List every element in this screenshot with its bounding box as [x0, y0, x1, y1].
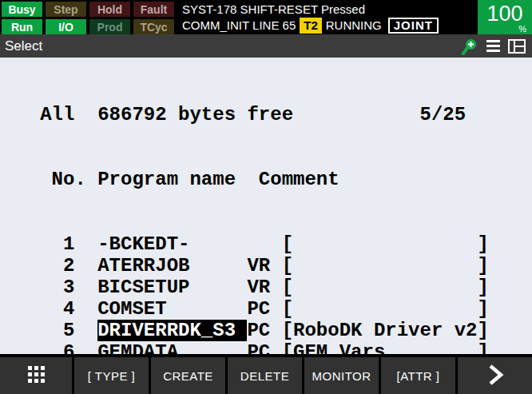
- led-step: Step: [46, 2, 86, 17]
- softkey-monitor[interactable]: MONITOR: [304, 357, 379, 394]
- status-led-panel: Busy Step Hold Fault Run I/O Prod TCyc: [0, 0, 174, 34]
- led-fault: Fault: [133, 2, 174, 17]
- page-title: Select: [5, 38, 453, 54]
- program-type-and-comment: VR [ ]: [247, 255, 488, 277]
- program-type-and-comment: [ ]: [247, 233, 488, 255]
- comm-program-line: COMM_INIT LINE 65: [182, 18, 296, 32]
- led-prod: Prod: [89, 19, 130, 34]
- list-summary-line: All 686792 bytes free 5/25: [6, 104, 532, 125]
- split-panes-icon[interactable]: [508, 39, 526, 54]
- selected-program-name: DRIVERRDK_S3: [97, 320, 247, 341]
- grid-icon: [28, 366, 45, 385]
- softkey-type[interactable]: [ TYPE ]: [74, 357, 149, 394]
- program-name: -BCKEDT-: [97, 233, 247, 255]
- led-tcyc: TCyc: [133, 19, 174, 34]
- program-row[interactable]: 2 ATERRJOB VR [ ]: [6, 255, 532, 277]
- list-column-headers: No. Program name Comment: [6, 169, 532, 190]
- led-hold: Hold: [89, 2, 130, 17]
- softkey-create[interactable]: CREATE: [151, 357, 225, 394]
- program-row[interactable]: 6 GEMDATA PC [GEM Vars ]: [6, 341, 532, 354]
- next-page-button[interactable]: [458, 357, 532, 394]
- coord-system-badge: JOINT: [388, 18, 439, 34]
- speed-unit: %: [518, 24, 526, 34]
- softkey-delete[interactable]: DELETE: [228, 357, 302, 394]
- program-number: 2: [6, 255, 97, 277]
- program-type-and-comment: PC [RoboDK Driver v2]: [247, 320, 488, 341]
- speed-override-indicator: 100 %: [478, 0, 532, 34]
- led-io: I/O: [46, 19, 86, 34]
- program-number: 6: [6, 341, 97, 354]
- led-run: Run: [2, 19, 42, 34]
- window-title-bar: Select: [0, 34, 532, 58]
- program-name: BICSETUP: [97, 277, 247, 298]
- program-type-and-comment: PC [GEM Vars ]: [247, 341, 488, 354]
- teach-mode-badge: T2: [300, 18, 322, 34]
- menu-grid-button[interactable]: [0, 357, 72, 394]
- program-row[interactable]: 5 DRIVERRDK_S3 PC [RoboDK Driver v2]: [6, 320, 532, 341]
- program-name: ATERRJOB: [97, 255, 247, 277]
- speed-value: 100: [478, 0, 532, 27]
- run-state-label: RUNNING: [326, 18, 382, 32]
- program-number: 5: [6, 320, 97, 341]
- zoom-in-icon[interactable]: [461, 38, 478, 55]
- program-number: 3: [6, 277, 97, 298]
- chevron-right-icon: [486, 362, 505, 390]
- program-number: 1: [6, 233, 97, 255]
- program-type-and-comment: VR [ ]: [247, 277, 488, 298]
- softkey-bar: [ TYPE ] CREATE DELETE MONITOR [ATTR ]: [0, 354, 532, 394]
- led-busy: Busy: [2, 2, 42, 17]
- top-status-bar: Busy Step Hold Fault Run I/O Prod TCyc S…: [0, 0, 532, 34]
- program-list: 1 -BCKEDT- [ ] 2 ATERRJOB VR [ ] 3 BICSE…: [6, 233, 532, 354]
- program-row[interactable]: 4 COMSET PC [ ]: [6, 298, 532, 320]
- program-number: 4: [6, 298, 97, 320]
- program-type-and-comment: PC [ ]: [247, 298, 488, 320]
- program-select-content: All 686792 bytes free 5/25 No. Program n…: [0, 58, 532, 354]
- alarm-message: SYST-178 SHIFT-RESET Pressed: [182, 2, 472, 18]
- softkey-attr[interactable]: [ATTR ]: [381, 357, 455, 394]
- program-row[interactable]: 1 -BCKEDT- [ ]: [6, 233, 532, 255]
- program-name: GEMDATA: [97, 341, 247, 354]
- program-name: COMSET: [97, 298, 247, 320]
- menu-icon[interactable]: [486, 40, 500, 52]
- teach-pendant-screen: Busy Step Hold Fault Run I/O Prod TCyc S…: [0, 0, 532, 394]
- comm-status-line: COMM_INIT LINE 65T2RUNNINGJOINT: [182, 18, 472, 34]
- program-row[interactable]: 3 BICSETUP VR [ ]: [6, 277, 532, 298]
- status-message-area: SYST-178 SHIFT-RESET Pressed COMM_INIT L…: [174, 0, 472, 34]
